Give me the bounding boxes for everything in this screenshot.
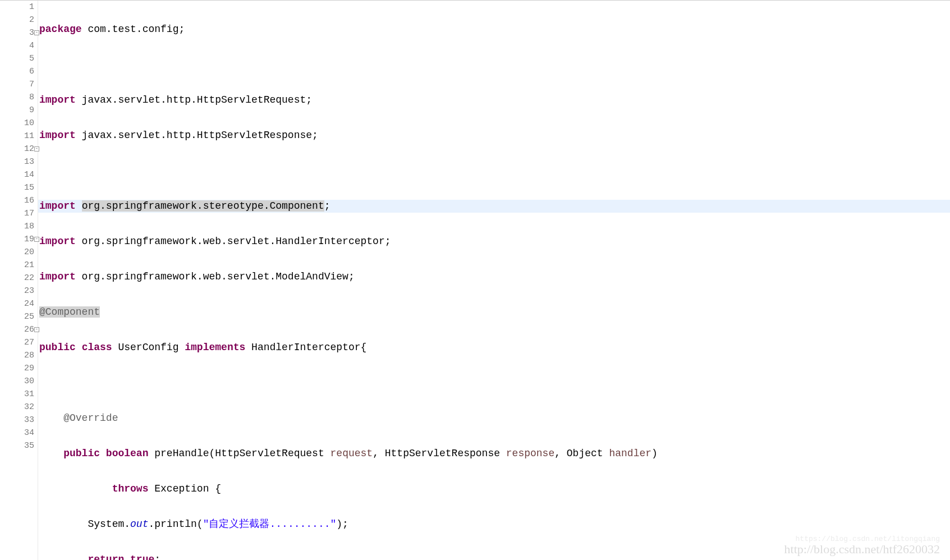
code-line[interactable]: throws Exception { [38,483,950,495]
code-line[interactable]: System.out.println("自定义拦截器.........."); [38,518,950,531]
line-number[interactable]: 8 [6,91,34,104]
code-line[interactable] [38,164,950,177]
code-editor[interactable]: 1 2 3- 4 5 6 7 8 9 10 11 12- 13 14 15 16… [0,0,950,560]
code-line[interactable]: return true; [38,553,950,560]
code-line[interactable] [38,377,950,389]
watermark-text: https://blog.csdn.net/litongqiang [796,535,940,543]
line-number[interactable]: 18 [6,220,34,233]
code-line[interactable]: import javax.servlet.http.HttpServletRes… [38,129,950,142]
line-number[interactable]: 35 [6,439,34,452]
line-number[interactable]: 23 [6,284,34,297]
line-number[interactable]: 15 [6,181,34,194]
line-number[interactable]: 32 [6,401,34,414]
line-number[interactable]: 33 [6,414,34,426]
line-number[interactable]: 1 [6,1,34,13]
line-number[interactable]: 20 [6,246,34,259]
line-number[interactable]: 9 [6,104,34,117]
line-number[interactable]: 21 [6,259,34,272]
line-number[interactable]: 16 [6,194,34,207]
line-number-gutter[interactable]: 1 2 3- 4 5 6 7 8 9 10 11 12- 13 14 15 16… [6,1,38,560]
line-number[interactable]: 30 [6,375,34,388]
line-number[interactable]: 13 [6,155,34,168]
code-line-current[interactable]: import org.springframework.stereotype.Co… [38,200,950,213]
code-line[interactable]: import javax.servlet.http.HttpServletReq… [38,94,950,107]
line-number[interactable]: 11 [6,130,34,143]
line-number[interactable]: 31 [6,388,34,401]
line-number[interactable]: 19- [6,233,34,246]
line-number[interactable]: 24 [6,297,34,310]
line-number[interactable]: 6 [6,65,34,78]
code-line[interactable]: @Override [38,412,950,425]
line-number[interactable]: 34 [6,426,34,439]
current-line-marker [0,65,6,78]
selected-text[interactable]: @Component [39,306,100,318]
code-line[interactable]: public boolean preHandle(HttpServletRequ… [38,447,950,460]
line-number[interactable]: 5 [6,52,34,65]
line-number[interactable]: 10 [6,117,34,130]
line-number[interactable]: 25 [6,310,34,323]
code-line[interactable]: import org.springframework.web.servlet.M… [38,270,950,283]
code-line[interactable]: import org.springframework.web.servlet.H… [38,235,950,248]
line-number[interactable]: 17 [6,207,34,220]
selected-text[interactable]: org.springframework.stereotype.Component [82,200,324,212]
code-area[interactable]: package com.test.config; import javax.se… [38,1,950,560]
line-number[interactable]: 4 [6,39,34,52]
line-number[interactable]: 3- [6,26,34,39]
line-number[interactable]: 26- [6,323,34,336]
line-number[interactable]: 7 [6,78,34,91]
code-line[interactable]: package com.test.config; [38,23,950,36]
line-number[interactable]: 22 [6,272,34,284]
line-number[interactable]: 12- [6,143,34,155]
code-line[interactable] [38,58,950,71]
marker-column [0,1,6,560]
line-number[interactable]: 27 [6,336,34,349]
line-number[interactable]: 29 [6,362,34,375]
line-number[interactable]: 14 [6,168,34,181]
line-number[interactable]: 28 [6,349,34,362]
line-number[interactable]: 2 [6,13,34,26]
code-line[interactable]: public class UserConfig implements Handl… [38,341,950,354]
code-line[interactable]: @Component [38,306,950,319]
